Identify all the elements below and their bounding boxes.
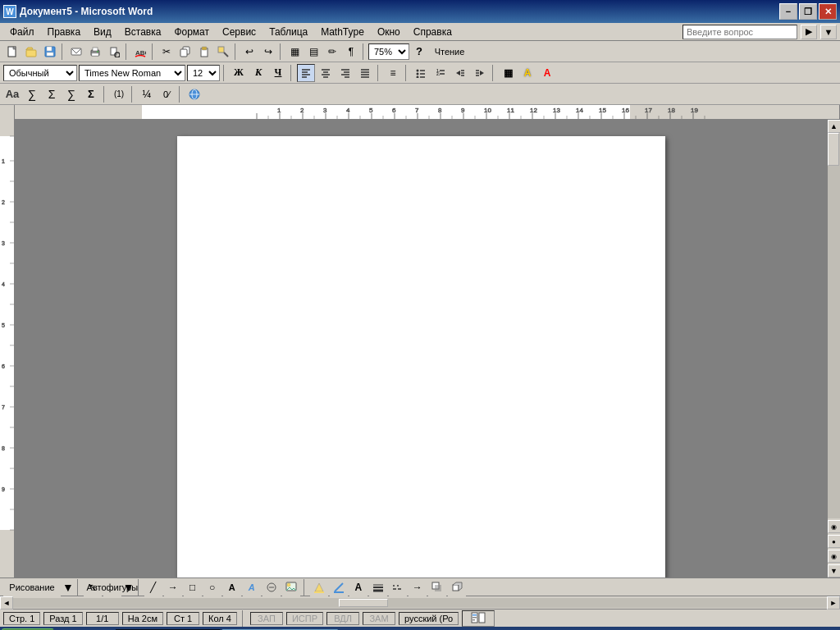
sum3-button[interactable]: ∑ <box>62 85 80 103</box>
arrow-tool-button[interactable]: → <box>164 578 182 596</box>
next-page-button[interactable]: ◉ <box>828 550 841 563</box>
open-button[interactable] <box>22 43 40 61</box>
menu-mathtype[interactable]: MathType <box>314 25 371 39</box>
menu-insert[interactable]: Вставка <box>118 25 168 39</box>
font-color-button[interactable]: A <box>538 64 556 82</box>
document-area[interactable] <box>15 120 827 578</box>
minimize-button[interactable]: − <box>779 3 797 20</box>
sum1-button[interactable]: ∑ <box>23 85 41 103</box>
menu-window[interactable]: Окно <box>371 25 407 39</box>
hscroll-thumb[interactable] <box>339 599 388 607</box>
redo-button[interactable]: ↪ <box>259 43 277 61</box>
draw-menu-button[interactable]: Рисование <box>3 578 61 596</box>
scroll-up-button[interactable]: ▲ <box>828 120 841 133</box>
insert-table-button[interactable]: ▦ <box>285 43 304 61</box>
menu-view[interactable]: Вид <box>87 25 118 39</box>
menu-edit[interactable]: Правка <box>41 25 88 39</box>
help-dropdown-button[interactable]: ▼ <box>820 25 837 39</box>
font-combo[interactable]: Times New Roman <box>79 65 185 81</box>
line-tool-button[interactable]: ╱ <box>144 578 162 596</box>
dash-style-button[interactable] <box>389 578 407 596</box>
format-painter-button[interactable] <box>214 43 232 61</box>
window-controls[interactable]: − ❐ ✕ <box>779 3 837 20</box>
shadow-button[interactable] <box>428 578 446 596</box>
rect-tool-button[interactable]: □ <box>184 578 202 596</box>
highlight-button[interactable]: A <box>518 64 536 82</box>
line-color-button[interactable] <box>330 578 348 596</box>
quarter-button[interactable]: ¼ <box>138 85 156 103</box>
arrow-style-button[interactable]: → <box>409 578 427 596</box>
prev-page-button[interactable]: ◉ <box>828 520 841 533</box>
email-button[interactable] <box>67 43 85 61</box>
scroll-down-button[interactable]: ▼ <box>828 564 841 578</box>
text-box-button[interactable]: A <box>223 578 241 596</box>
paste-button[interactable] <box>195 43 213 61</box>
italic-button[interactable]: К <box>249 64 267 82</box>
select-browse-object[interactable]: ● <box>828 535 841 548</box>
style-combo[interactable]: Обычный <box>3 65 77 81</box>
copy-button[interactable] <box>176 43 194 61</box>
hscroll-track[interactable] <box>13 598 827 608</box>
menu-help[interactable]: Справка <box>407 25 459 39</box>
menu-format[interactable]: Формат <box>167 25 216 39</box>
insert-clip-art-button[interactable] <box>282 578 300 596</box>
sum4-button[interactable]: Σ <box>82 85 100 103</box>
zoom-combo[interactable]: 75% 50% 100% 150% <box>368 43 409 60</box>
insert-columns-button[interactable]: ▤ <box>304 43 322 61</box>
sum2-button[interactable]: Σ <box>43 85 61 103</box>
position-status: На 2см <box>122 612 163 625</box>
save-button[interactable] <box>41 43 59 61</box>
bold-button[interactable]: Ж <box>230 64 248 82</box>
print-button[interactable] <box>86 43 104 61</box>
scroll-left-button[interactable]: ◄ <box>0 596 13 609</box>
bullets-button[interactable] <box>412 64 430 82</box>
help-button[interactable]: ? <box>410 43 428 61</box>
scroll-right-button[interactable]: ► <box>827 596 840 609</box>
show-hide-button[interactable]: ¶ <box>342 43 360 61</box>
bracket-button[interactable]: (1) <box>110 85 128 103</box>
justify-button[interactable] <box>356 64 374 82</box>
font-color-drawing-button[interactable]: A <box>349 578 368 596</box>
scroll-track[interactable] <box>828 133 840 518</box>
horizontal-scrollbar[interactable]: ◄ ► <box>0 596 840 609</box>
fraction-button[interactable]: 0⁄ <box>158 85 176 103</box>
document-page[interactable] <box>177 136 665 578</box>
decrease-indent-button[interactable] <box>451 64 469 82</box>
fontsize-combo[interactable]: 12 <box>187 65 220 81</box>
line-spacing-button[interactable]: ≡ <box>384 64 402 82</box>
help-search-button[interactable]: ▶ <box>801 25 817 39</box>
align-right-button[interactable] <box>336 64 354 82</box>
autoshapes-button[interactable]: Автофигуры <box>103 578 121 596</box>
diagram-button[interactable] <box>262 578 281 596</box>
underline-button[interactable]: Ч <box>269 64 287 82</box>
close-button[interactable]: ✕ <box>819 3 837 20</box>
line-style-button[interactable] <box>369 578 387 596</box>
align-left-button[interactable] <box>297 64 315 82</box>
draw-dropdown-icon[interactable]: ▼ <box>62 581 74 594</box>
print-preview-button[interactable] <box>105 43 123 61</box>
wordart-button[interactable]: A <box>243 578 261 596</box>
restore-button[interactable]: ❐ <box>799 3 817 20</box>
help-search-input[interactable] <box>682 25 797 39</box>
autoshapes-dropdown-icon[interactable]: ▼ <box>123 581 135 594</box>
cut-button[interactable]: ✂ <box>158 43 176 61</box>
separator <box>280 43 283 60</box>
increase-indent-button[interactable] <box>471 64 489 82</box>
fill-color-button[interactable] <box>310 578 328 596</box>
new-button[interactable] <box>3 43 21 61</box>
align-center-button[interactable] <box>317 64 335 82</box>
numbering-button[interactable]: 1.2. <box>431 64 450 82</box>
vertical-scrollbar[interactable]: ▲ ◉ ● ◉ ▼ <box>827 120 840 578</box>
menu-table[interactable]: Таблица <box>262 25 314 39</box>
oval-tool-button[interactable]: ○ <box>203 578 221 596</box>
menu-tools[interactable]: Сервис <box>216 25 262 39</box>
scroll-thumb[interactable] <box>828 133 839 166</box>
read-button[interactable]: Чтение <box>429 43 470 61</box>
3d-button[interactable] <box>448 578 466 596</box>
globe-button[interactable] <box>185 85 203 103</box>
borders-button[interactable]: ▦ <box>499 64 517 82</box>
drawing-toggle-button[interactable]: ✏ <box>323 43 341 61</box>
undo-button[interactable]: ↩ <box>240 43 258 61</box>
spelling-button[interactable]: ABC <box>131 43 149 61</box>
menu-file[interactable]: Файл <box>3 25 41 39</box>
